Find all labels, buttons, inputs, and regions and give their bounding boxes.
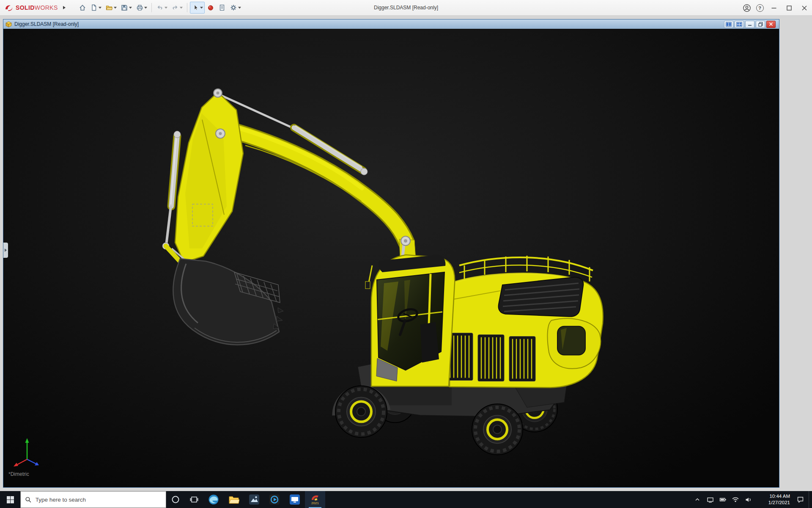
tray-network-button[interactable] [729, 491, 742, 508]
redo-button[interactable] [170, 2, 184, 14]
clock[interactable]: 10:44 AM 1/27/2021 [754, 491, 792, 508]
chevron-up-icon [694, 497, 700, 502]
new-document-icon [90, 4, 98, 11]
home-icon [79, 4, 86, 11]
maximize-button[interactable] [782, 0, 797, 16]
tray-tablet-button[interactable] [704, 491, 716, 508]
dassault-logo-icon [4, 4, 14, 11]
print-button[interactable] [134, 2, 149, 14]
undo-button[interactable] [154, 2, 169, 14]
body-deck [447, 256, 603, 387]
collapse-arrow-icon [5, 248, 7, 252]
main-toolbar [77, 2, 243, 14]
solidworks-year-badge: 2021 [311, 502, 319, 505]
task-view-button[interactable] [185, 491, 203, 508]
wheel-front-outer [335, 386, 387, 437]
media-player-icon [269, 494, 280, 505]
show-desktop-button[interactable] [809, 491, 812, 508]
photos-icon [249, 494, 260, 505]
restore-icon [758, 22, 763, 27]
login-button[interactable] [740, 0, 753, 16]
chevron-down-icon [129, 7, 132, 9]
orientation-triad [10, 434, 44, 468]
solidworks-brand: SOLIDWORKS [0, 4, 66, 11]
search-input[interactable] [36, 497, 162, 503]
blue-app-icon [289, 494, 300, 505]
notification-icon [797, 496, 804, 503]
tray-battery-button[interactable] [716, 491, 729, 508]
assembly-cube-icon [5, 21, 12, 28]
split-vertical-icon [726, 22, 732, 27]
network-wifi-icon [732, 497, 739, 502]
boom-assembly [162, 89, 421, 290]
taskbar: 2021 [0, 491, 812, 508]
select-button[interactable] [190, 2, 205, 14]
taskbar-app-media[interactable] [264, 491, 285, 508]
chevron-down-icon [180, 7, 183, 9]
windows-logo-icon [7, 496, 14, 503]
open-folder-icon [105, 4, 113, 11]
taskbar-search[interactable] [20, 491, 166, 508]
new-document-button[interactable] [88, 2, 103, 14]
gear-icon [230, 4, 237, 11]
clock-time: 10:44 AM [754, 493, 790, 500]
save-icon [121, 4, 128, 11]
chevron-down-icon [200, 7, 203, 9]
maximize-icon [787, 6, 792, 11]
close-button[interactable] [797, 0, 812, 16]
appearance-button[interactable] [205, 2, 216, 14]
document-titlebar[interactable]: Digger.SLDASM [Read-only] [3, 19, 779, 29]
help-button[interactable]: ? [753, 0, 766, 16]
tray-volume-button[interactable] [742, 491, 754, 508]
chevron-down-icon [144, 7, 147, 9]
cab [365, 255, 455, 386]
doc-minimize-button[interactable] [745, 21, 754, 28]
featuremanager-collapse-tab[interactable] [3, 243, 8, 258]
document-title: Digger.SLDASM [Read-only] [14, 21, 79, 27]
brand-wordmark: SOLIDWORKS [16, 4, 58, 11]
close-icon [769, 22, 773, 26]
menu-expand-icon[interactable] [63, 6, 66, 10]
minimize-icon [748, 22, 752, 26]
chevron-down-icon [99, 7, 102, 9]
user-icon [743, 4, 751, 12]
bucket [173, 259, 283, 345]
excavator-model[interactable] [3, 29, 779, 487]
taskbar-app-solidworks[interactable]: 2021 [305, 491, 325, 508]
start-button[interactable] [0, 491, 20, 508]
save-button[interactable] [119, 2, 134, 14]
taskbar-app-photos[interactable] [244, 491, 264, 508]
side-grilles [447, 333, 535, 381]
document-window-buttons [724, 21, 777, 28]
open-button[interactable] [104, 2, 118, 14]
graphics-viewport[interactable]: *Dimetric [3, 29, 779, 487]
tray-expand-button[interactable] [691, 491, 704, 508]
app-titlebar: SOLIDWORKS [0, 0, 812, 16]
split-quad-button[interactable] [735, 21, 744, 28]
doc-close-button[interactable] [766, 21, 776, 28]
document-properties-icon [218, 4, 226, 11]
taskbar-app-edge[interactable] [203, 491, 224, 508]
appearance-sphere-icon [207, 4, 214, 11]
clock-date: 1/27/2021 [754, 500, 790, 506]
home-button[interactable] [77, 2, 88, 14]
file-properties-button[interactable] [217, 2, 228, 14]
split-vertical-button[interactable] [724, 21, 733, 28]
task-view-icon [190, 496, 198, 503]
taskbar-app-blue-tile[interactable] [285, 491, 305, 508]
minimize-button[interactable] [766, 0, 782, 16]
app-window-title: Digger.SLDASM [Read-only] [374, 0, 438, 16]
taskbar-app-file-explorer[interactable] [224, 491, 244, 508]
toolbar-separator [187, 3, 187, 12]
doc-restore-button[interactable] [756, 21, 765, 28]
toolbar-separator [151, 3, 152, 12]
cortana-button[interactable] [166, 491, 185, 508]
file-explorer-icon [228, 494, 239, 505]
cursor-icon [192, 4, 199, 11]
search-icon [25, 496, 32, 503]
edge-icon [208, 494, 219, 505]
action-center-button[interactable] [792, 491, 809, 508]
options-button[interactable] [228, 2, 243, 14]
view-orientation-label: *Dimetric [8, 471, 29, 477]
print-icon [136, 4, 143, 11]
